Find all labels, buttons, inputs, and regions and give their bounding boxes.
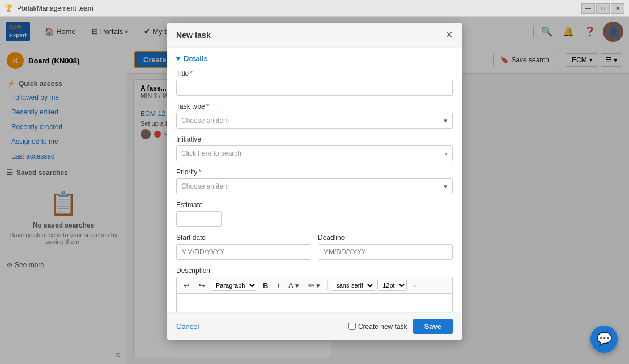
estimate-form-group: Estimate — [176, 201, 453, 227]
window-title: Portal/Management team — [17, 5, 581, 12]
title-required: * — [190, 70, 193, 78]
priority-label: Priority * — [176, 168, 453, 176]
title-input[interactable] — [176, 80, 453, 96]
modal-body: ▾ Details Title * Task type * C — [167, 48, 462, 312]
priority-select[interactable]: Choose an item — [176, 178, 453, 194]
start-date-input[interactable] — [176, 244, 311, 260]
modal-overlay: New task ✕ ▾ Details Title * Task type — [0, 17, 629, 364]
highlight-button[interactable]: ✏ ▾ — [305, 280, 324, 291]
task-type-label: Task type * — [176, 102, 453, 110]
chatbot-fab[interactable]: 💬 — [590, 326, 618, 353]
title-form-group: Title * — [176, 70, 453, 96]
new-task-modal: New task ✕ ▾ Details Title * Task type — [167, 23, 462, 340]
modal-footer: Cancel Create new task Save — [167, 312, 462, 340]
start-date-form-group: Start date — [176, 234, 311, 260]
details-section-toggle[interactable]: ▾ Details — [176, 54, 453, 63]
modal-header: New task ✕ — [167, 23, 462, 48]
undo-button[interactable]: ↩ — [180, 280, 193, 291]
priority-required: * — [198, 168, 201, 176]
window-controls: — □ ✕ — [581, 3, 624, 14]
title-bar: 🏆 Portal/Management team — □ ✕ — [0, 0, 629, 17]
start-date-label: Start date — [176, 234, 311, 242]
modal-close-button[interactable]: ✕ — [445, 29, 453, 40]
bold-button[interactable]: B — [260, 280, 271, 291]
task-type-required: * — [206, 102, 209, 110]
italic-button[interactable]: I — [274, 280, 283, 291]
task-type-select-wrapper: Choose an item — [176, 113, 453, 129]
maximize-button[interactable]: □ — [596, 3, 610, 14]
date-row: Start date Deadline — [176, 234, 453, 267]
deadline-form-group: Deadline — [318, 234, 453, 260]
deadline-input[interactable] — [318, 244, 453, 260]
deadline-label: Deadline — [318, 234, 453, 242]
initiative-placeholder: Click here to search — [181, 149, 241, 157]
priority-select-wrapper: Choose an item — [176, 178, 453, 194]
footer-right: Create new task Save — [348, 319, 453, 334]
estimate-input[interactable] — [176, 211, 222, 227]
create-new-label[interactable]: Create new task — [348, 323, 407, 331]
description-form-group: Description ↩ ↪ Paragraph B I A ▾ ✏ ▾ sa… — [176, 267, 453, 312]
initiative-search[interactable]: Click here to search ▾ — [176, 145, 453, 161]
description-label: Description — [176, 267, 453, 275]
task-type-select[interactable]: Choose an item — [176, 113, 453, 129]
estimate-label: Estimate — [176, 201, 453, 209]
task-type-form-group: Task type * Choose an item — [176, 102, 453, 129]
initiative-label: Initiative — [176, 135, 453, 143]
priority-form-group: Priority * Choose an item — [176, 168, 453, 194]
minimize-button[interactable]: — — [581, 3, 595, 14]
details-label: Details — [184, 54, 208, 63]
modal-title: New task — [176, 31, 211, 40]
rte-body[interactable] — [176, 293, 453, 312]
redo-button[interactable]: ↪ — [196, 280, 209, 291]
rte-divider — [327, 280, 328, 290]
window-icon: 🏆 — [5, 4, 14, 13]
chevron-down-icon: ▾ — [176, 54, 180, 63]
more-options-button[interactable]: ··· — [409, 280, 422, 291]
title-label: Title * — [176, 70, 453, 78]
font-size-select[interactable]: 12pt — [377, 280, 407, 291]
font-color-button[interactable]: A ▾ — [285, 280, 303, 291]
rte-toolbar: ↩ ↪ Paragraph B I A ▾ ✏ ▾ sans-serif 12p… — [176, 277, 453, 293]
close-button[interactable]: ✕ — [611, 3, 624, 14]
font-select[interactable]: sans-serif — [331, 280, 375, 291]
save-button[interactable]: Save — [413, 319, 453, 334]
cancel-button[interactable]: Cancel — [176, 322, 199, 331]
initiative-form-group: Initiative Click here to search ▾ — [176, 135, 453, 161]
paragraph-select[interactable]: Paragraph — [211, 280, 257, 291]
create-new-checkbox[interactable] — [348, 323, 356, 330]
initiative-arrow-icon: ▾ — [445, 151, 448, 157]
